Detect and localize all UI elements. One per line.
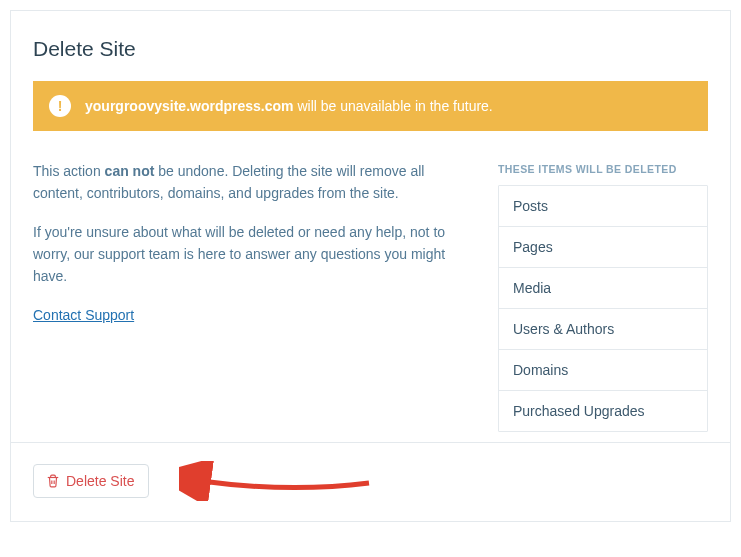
list-item: Domains: [499, 350, 707, 391]
warning-text: yourgroovysite.wordpress.com will be una…: [85, 98, 493, 114]
items-column: THESE ITEMS WILL BE DELETED Posts Pages …: [498, 161, 708, 432]
description-column: This action can not be undone. Deleting …: [33, 161, 474, 327]
list-item: Posts: [499, 186, 707, 227]
items-list: Posts Pages Media Users & Authors Domain…: [498, 185, 708, 432]
page-title: Delete Site: [33, 37, 708, 61]
delete-button-label: Delete Site: [66, 473, 134, 489]
list-item: Purchased Upgrades: [499, 391, 707, 431]
list-item: Media: [499, 268, 707, 309]
text-fragment: This action: [33, 163, 105, 179]
description-paragraph-2: If you're unsure about what will be dele…: [33, 222, 474, 287]
warning-domain: yourgroovysite.wordpress.com: [85, 98, 294, 114]
items-heading: THESE ITEMS WILL BE DELETED: [498, 163, 708, 175]
warning-suffix: will be unavailable in the future.: [294, 98, 493, 114]
description-paragraph-1: This action can not be undone. Deleting …: [33, 161, 474, 204]
card-body: Delete Site ! yourgroovysite.wordpress.c…: [11, 11, 730, 442]
trash-icon: [46, 474, 60, 488]
warning-icon: !: [49, 95, 71, 117]
annotation-arrow: [179, 461, 379, 501]
content-columns: This action can not be undone. Deleting …: [33, 161, 708, 432]
delete-site-button[interactable]: Delete Site: [33, 464, 149, 498]
list-item: Users & Authors: [499, 309, 707, 350]
card-footer: Delete Site: [11, 442, 730, 521]
contact-support-link[interactable]: Contact Support: [33, 307, 134, 323]
delete-site-card: Delete Site ! yourgroovysite.wordpress.c…: [10, 10, 731, 522]
warning-notice: ! yourgroovysite.wordpress.com will be u…: [33, 81, 708, 131]
list-item: Pages: [499, 227, 707, 268]
text-emphasis: can not: [105, 163, 155, 179]
